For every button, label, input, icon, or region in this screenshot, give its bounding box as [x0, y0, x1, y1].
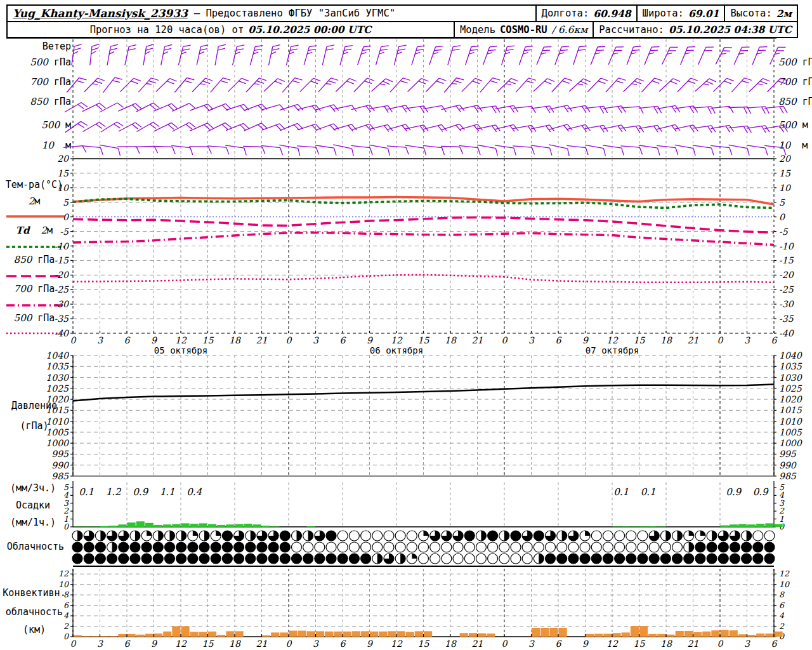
- convective-bar: [775, 632, 783, 637]
- svg-text:1020: 1020: [779, 394, 802, 404]
- convective-bar: [667, 635, 675, 637]
- calc-cell: Рассчитано: 05.10.2025 04:38 UTC: [593, 22, 797, 37]
- svg-text:21: 21: [688, 335, 699, 345]
- cloud-symbol: [557, 542, 567, 552]
- svg-text:0: 0: [70, 335, 77, 345]
- legend-label-700hpa: 700 гПа: [0, 283, 69, 295]
- svg-text:0: 0: [286, 335, 292, 345]
- svg-text:3: 3: [528, 335, 535, 345]
- cloud-symbol: [764, 542, 775, 552]
- latitude-cell: Широта: 69.01: [636, 6, 724, 21]
- svg-text:9: 9: [582, 335, 589, 345]
- svg-text:3: 3: [779, 498, 785, 508]
- convective-bar: [747, 635, 756, 637]
- precip-panel: 5544332211000.11.20.91.10.40.10.10.90.9: [63, 481, 785, 531]
- temp-series-1: [73, 199, 774, 208]
- cloud-symbol: [141, 531, 152, 541]
- precip-bar: [128, 522, 136, 527]
- cloud-symbol: [303, 531, 313, 541]
- svg-text:0.9: 0.9: [133, 486, 148, 498]
- forecast-time: 05.10.2025 00:00 UTC: [248, 23, 371, 36]
- svg-text:985: 985: [51, 471, 69, 481]
- cloudiness-panel: [72, 531, 775, 566]
- convective-bar: [154, 633, 162, 637]
- cloud-symbol: [695, 531, 705, 541]
- cloud-symbol: [337, 554, 348, 564]
- svg-text:-40: -40: [779, 328, 794, 338]
- svg-text:10: 10: [779, 580, 790, 589]
- svg-text:15: 15: [57, 168, 69, 178]
- cloud-symbol: [580, 554, 590, 564]
- convective-bar: [226, 631, 234, 637]
- convective-bar: [181, 627, 190, 637]
- cloud-symbol: [130, 542, 140, 552]
- convective-bar: [631, 626, 639, 637]
- svg-text:6: 6: [771, 639, 778, 649]
- svg-text:0.9: 0.9: [753, 486, 769, 498]
- cloud-symbol: [695, 542, 705, 552]
- cloud-symbol: [603, 531, 613, 541]
- svg-text:15: 15: [202, 639, 214, 649]
- cloud-symbol: [753, 542, 763, 552]
- cloud-symbol: [315, 542, 325, 552]
- cloud-symbol: [280, 542, 290, 552]
- cloud-symbol: [188, 531, 198, 541]
- cloud-symbol: [568, 531, 579, 541]
- longitude-cell: Долгота: 60.948: [535, 6, 636, 21]
- cloud-symbol: [257, 542, 267, 552]
- header-row-2: Прогноз на 120 часа(ов) от 05.10.2025 00…: [8, 21, 797, 37]
- cloud-symbol: [72, 531, 82, 541]
- cloud-symbol: [430, 554, 440, 564]
- svg-text:990: 990: [51, 460, 69, 470]
- convective-bar: [289, 631, 298, 637]
- precip-bar: [262, 526, 270, 527]
- calc-time: 05.10.2025 04:38 UTC: [669, 23, 792, 36]
- svg-text:1000: 1000: [779, 438, 802, 448]
- cloud-symbol: [268, 531, 278, 541]
- svg-text:5: 5: [779, 197, 785, 208]
- cloud-symbol: [72, 542, 82, 552]
- cloud-symbol: [476, 554, 486, 564]
- cloud-symbol: [153, 531, 163, 541]
- cloud-symbol: [649, 554, 659, 564]
- cloud-symbol: [211, 542, 221, 552]
- convective-bar: [163, 632, 171, 637]
- temp-series-4: [73, 275, 774, 282]
- cloud-symbol: [546, 542, 556, 552]
- legend-line-0: [5, 214, 66, 219]
- cloud-symbol: [280, 554, 290, 564]
- cloud-symbol: [742, 531, 752, 541]
- precip-rate-3h-label: (мм/3ч.): [0, 482, 66, 494]
- cloud-symbol: [568, 542, 579, 552]
- model-resolution: / 6.6км: [552, 24, 588, 36]
- cloud-symbol: [176, 542, 187, 552]
- cloud-symbol: [384, 542, 394, 552]
- convective-bar: [648, 634, 657, 637]
- cloud-symbol: [326, 542, 336, 552]
- wind-barbs-row-4: [63, 145, 787, 156]
- convective-bar: [100, 636, 108, 637]
- svg-text:0: 0: [502, 335, 508, 345]
- svg-text:12: 12: [391, 335, 403, 345]
- precip-bar: [648, 526, 657, 527]
- svg-text:06 октября: 06 октября: [370, 345, 423, 355]
- cloud-symbol: [615, 554, 625, 564]
- wind-panel-title: Ветер: [0, 41, 71, 52]
- convective-bar: [622, 632, 630, 637]
- svg-text:9: 9: [367, 335, 373, 345]
- precip-bar: [100, 526, 108, 527]
- precip-bar: [145, 523, 154, 527]
- wind-panel: [6, 38, 776, 157]
- cloud-symbol: [660, 531, 671, 541]
- svg-text:1025: 1025: [779, 383, 802, 394]
- cloud-symbol: [372, 531, 383, 541]
- svg-text:15: 15: [418, 639, 430, 649]
- cloud-symbol: [395, 542, 405, 552]
- cloud-symbol: [707, 542, 717, 552]
- cloud-symbol: [464, 554, 475, 564]
- precip-bar: [622, 526, 630, 527]
- convective-bar: [586, 634, 594, 637]
- convective-bar: [730, 630, 738, 637]
- convective-bar: [128, 634, 136, 637]
- cloud-symbol: [407, 554, 417, 564]
